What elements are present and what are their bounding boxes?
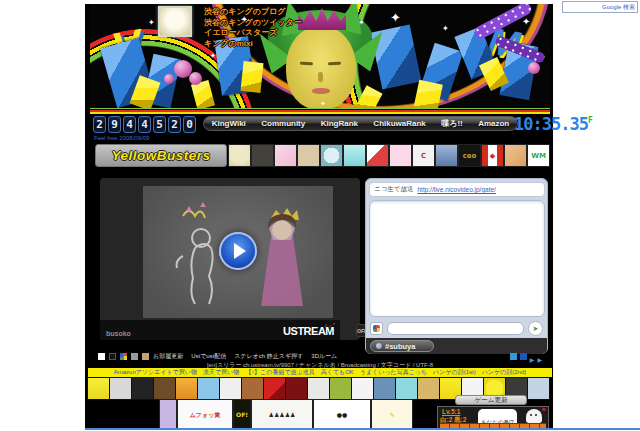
counter-caption: Feel free 2008/09/09 (94, 135, 149, 141)
fullscreen-icon[interactable] (329, 322, 336, 328)
tile-band-photo[interactable]: ♟♟♟♟♟ (252, 400, 312, 428)
counter-digit: 9 (108, 116, 121, 133)
viewer-thumb[interactable] (396, 378, 417, 399)
viewer-thumb[interactable] (176, 378, 197, 399)
toolbar-link[interactable]: お部屋更新 (153, 352, 183, 361)
toolbar-link[interactable]: Ustでust配信 (191, 352, 226, 361)
tile-yellow-sketch[interactable]: ✎ (372, 400, 412, 428)
header-links: 渋谷のキングのブログ渋谷のキングのツイッターイエローバスターズキングのmixi (204, 7, 302, 48)
viewer-thumb[interactable] (330, 378, 351, 399)
toolbar-strip: お部屋更新Ustでust配信ステレオch 静止スギ押す3Dルーム (88, 352, 552, 361)
face-lips (312, 88, 330, 94)
viewer-thumb[interactable] (418, 378, 439, 399)
nav-item[interactable]: Community (261, 119, 305, 128)
chat-message-area[interactable] (369, 200, 545, 317)
tile-sunglasses-award[interactable]: ムフォッ賞 (178, 400, 232, 428)
viewer-thumb[interactable] (308, 378, 329, 399)
bottom-tiles: ムフォッ賞 OF! ♟♟♟♟♟ ●● ✎ (160, 400, 412, 428)
swatch-white-icon[interactable] (98, 353, 105, 360)
tile-purple[interactable] (160, 400, 176, 428)
nicovideo-link[interactable]: http://live.nicovideo.jp/gate/ (417, 186, 495, 193)
member-thumb-dark-photo[interactable] (252, 145, 273, 166)
face-eye (300, 62, 313, 66)
game-update-button[interactable]: ゲーム更新 (455, 395, 527, 405)
swatch-tan-icon[interactable] (142, 353, 149, 360)
nav-item[interactable]: Amazon (478, 119, 509, 128)
emoji-picker-button[interactable] (370, 322, 383, 335)
blue-icon[interactable] (510, 353, 517, 360)
viewer-thumb[interactable] (286, 378, 307, 399)
viewer-thumb[interactable] (198, 378, 219, 399)
affiliate-links-text[interactable]: Amazonアソシエイトで買い物 楽天で買い物 【↑】この番組で遊ぶ道具 高くて… (114, 368, 526, 377)
counter-digit: 2 (93, 116, 106, 133)
member-thumb-wm[interactable]: WM (528, 145, 549, 166)
toolbar-items: お部屋更新Ustでust配信ステレオch 静止スギ押す3Dルーム (153, 352, 506, 361)
member-thumb-canada-flag[interactable]: ◆ (482, 145, 503, 166)
player-icons (324, 322, 336, 329)
viewer-thumb[interactable] (374, 378, 395, 399)
viewer-thumb[interactable] (264, 378, 285, 399)
header-link[interactable]: 渋谷のキングのブログ (204, 7, 302, 17)
member-thumb-tan-chara[interactable] (505, 145, 526, 166)
digital-clock: 10:35.35F (514, 111, 593, 134)
face-eye (328, 62, 341, 66)
viewer-thumb[interactable] (220, 378, 241, 399)
tile-of[interactable]: OF! (234, 400, 250, 428)
nav-item[interactable]: ChikuwaRank (373, 119, 425, 128)
thumb-glyph: WM (531, 152, 546, 160)
page-column: 渋谷のキングのブログ渋谷のキングのツイッターイエローバスターズキングのmixi … (85, 4, 553, 429)
play-icon (234, 243, 246, 259)
toolbar-link[interactable]: 3Dルーム (311, 352, 337, 361)
member-thumb-portrait[interactable] (436, 145, 457, 166)
swatch-gray-icon[interactable] (131, 353, 138, 360)
yellow-shard (240, 61, 263, 93)
hashtag-button[interactable]: #subuya (370, 340, 434, 352)
broadcaster-name: busoko (106, 330, 131, 337)
send-button[interactable] (528, 321, 543, 336)
member-thumb-red-c[interactable]: C (413, 145, 434, 166)
viewer-thumb[interactable] (528, 378, 549, 399)
google-search-label: Google 検索 (602, 3, 635, 12)
member-thumb-yellow-hair[interactable] (390, 145, 411, 166)
swatch-black-icon[interactable] (109, 353, 116, 360)
yellowbusters-logo[interactable]: YellowBusters (95, 144, 227, 167)
member-thumb-miku[interactable] (344, 145, 365, 166)
thumb-glyph: ◆ (490, 152, 495, 160)
nav-item[interactable]: KingRank (321, 119, 358, 128)
member-thumb-pale-face[interactable] (229, 145, 250, 166)
viewer-thumb[interactable] (132, 378, 153, 399)
toolbar-link[interactable]: ステレオch 静止スギ押す (234, 352, 303, 361)
visitor-counter: 2944520 (93, 116, 196, 133)
viewer-thumb[interactable] (154, 378, 175, 399)
play-button[interactable] (219, 232, 257, 270)
viewer-thumb[interactable] (110, 378, 131, 399)
header-link[interactable]: キングのmixi (204, 39, 302, 49)
member-thumb-beige-anime[interactable] (298, 145, 319, 166)
member-thumb-pink-chara[interactable] (275, 145, 296, 166)
chat-input[interactable] (387, 322, 524, 335)
viewer-thumb[interactable] (88, 378, 109, 399)
sparkle-icon (148, 18, 155, 27)
king-avatar[interactable] (158, 6, 192, 37)
reversi-game-panel[interactable]: Lv.5:1 白:2 黒:2 あなたの番!? (437, 406, 549, 429)
tile-glyph: ●● (337, 411, 347, 418)
nav-item[interactable]: 喋ろ!! (441, 118, 463, 129)
nav-item[interactable]: KingWiki (212, 119, 246, 128)
swatch-color-icon[interactable] (120, 353, 127, 360)
pink-orb (164, 74, 174, 84)
ustream-player: busoko USTREAM OFF AIR (100, 178, 360, 340)
tile-bobhair-comic[interactable]: ●● (314, 400, 370, 428)
member-thumb-red-art[interactable] (367, 145, 388, 166)
viewer-thumb[interactable] (352, 378, 373, 399)
viewer-thumb[interactable] (242, 378, 263, 399)
header-link[interactable]: 渋谷のキングのツイッター (204, 18, 302, 28)
darkblue-icon[interactable] (520, 353, 527, 360)
member-thumb-ceo[interactable]: ceo (459, 145, 480, 166)
google-search-widget[interactable]: Google 検索 (562, 1, 638, 13)
tile-glyph: ムフォッ賞 (190, 411, 221, 418)
emoji-icon (373, 325, 380, 332)
hashtag-label: #subuya (385, 342, 415, 351)
header-link[interactable]: イエローバスターズ (204, 28, 302, 38)
member-thumb-blue-circle-logo[interactable] (321, 145, 342, 166)
video-area[interactable] (143, 186, 333, 318)
